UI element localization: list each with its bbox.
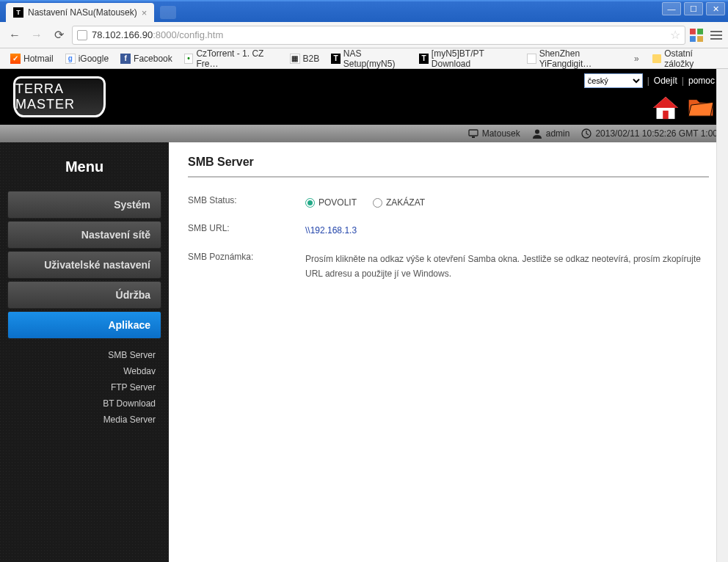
svg-rect-2	[690, 36, 696, 42]
browser-menu-icon[interactable]	[710, 31, 722, 40]
back-button[interactable]: ←	[6, 26, 23, 44]
hotmail-icon: ✓	[10, 54, 21, 64]
home-icon[interactable]	[652, 95, 680, 120]
submenu: SMB Server Webdav FTP Server BT Download…	[0, 341, 169, 434]
url-port: :8000	[153, 29, 177, 40]
bookmark-label: [myN5]BT/PT Download	[432, 48, 515, 69]
monitor-icon	[468, 128, 478, 139]
page-icon	[77, 30, 87, 40]
menu-user-settings[interactable]: Uživatelské nastavení	[7, 251, 161, 279]
url-path: /config.htm	[177, 29, 224, 40]
menu-applications[interactable]: Aplikace	[7, 311, 161, 339]
radio-label: POVOLIT	[318, 195, 357, 210]
url-text: 78.102.166.90:8000/config.htm	[92, 29, 666, 40]
menu-label: Údržba	[116, 289, 150, 301]
bookmark-label: ShenZhen YiFangdigit…	[539, 48, 624, 69]
svg-rect-7	[663, 111, 669, 119]
smb-status-radio-group: POVOLIT ZAKÁZAT	[305, 195, 709, 210]
radio-icon	[305, 198, 315, 208]
browser-toolbar: ← → ⟳ 78.102.166.90:8000/config.htm ☆	[0, 22, 728, 48]
radio-enable[interactable]: POVOLIT	[305, 195, 357, 210]
bookmark-b2b[interactable]: ▦B2B	[285, 51, 324, 66]
radio-disable[interactable]: ZAKÁZAT	[373, 195, 425, 210]
url-bar[interactable]: 78.102.166.90:8000/config.htm ☆	[72, 26, 685, 45]
menu-title: Menu	[0, 150, 169, 189]
bookmark-label: iGoogle	[79, 54, 109, 64]
google-icon: g	[65, 54, 76, 64]
svg-marker-5	[653, 97, 678, 108]
page-title: SMB Server	[188, 156, 709, 178]
submenu-bt-download[interactable]: BT Download	[0, 395, 169, 412]
bookmark-star-icon[interactable]: ☆	[670, 28, 680, 42]
help-link[interactable]: pomoc	[688, 76, 715, 86]
svg-point-10	[535, 130, 539, 134]
page-icon	[527, 54, 536, 64]
extension-icon[interactable]	[690, 29, 703, 42]
smb-note-label: SMB Poznámka:	[188, 252, 305, 282]
status-bar: Matousek admin 2013/02/11 10:52:26 GMT 1…	[0, 125, 728, 142]
menu-maintenance[interactable]: Údržba	[7, 281, 161, 309]
vertical-scrollbar[interactable]	[716, 69, 728, 562]
nas-icon: T	[419, 54, 428, 64]
bookmark-label: Facebook	[134, 54, 172, 64]
forward-button[interactable]: →	[28, 26, 46, 44]
bookmark-btpt[interactable]: T[myN5]BT/PT Download	[415, 46, 520, 71]
folder-icon[interactable]	[687, 95, 715, 117]
menu-label: Uživatelské nastavení	[44, 259, 150, 271]
menu-network[interactable]: Nastavení sítě	[7, 221, 161, 249]
bookmarks-bar: ✓Hotmail giGoogle fFacebook •CzTorrent -…	[0, 48, 728, 69]
browser-tab[interactable]: T Nastavení NASu(Matousek) ×	[6, 3, 154, 22]
tab-bar: T Nastavení NASu(Matousek) ×	[0, 1, 728, 22]
maximize-button[interactable]: ☐	[684, 2, 703, 15]
new-tab-button[interactable]	[160, 6, 176, 19]
svg-rect-1	[697, 29, 703, 34]
bookmark-cztorrent[interactable]: •CzTorrent - 1. CZ Fre…	[180, 46, 283, 71]
bookmark-nas-setup[interactable]: TNAS Setup(myN5)	[327, 46, 412, 71]
sidebar: Menu Systém Nastavení sítě Uživatelské n…	[0, 142, 169, 562]
svg-rect-0	[690, 29, 696, 34]
submenu-media-server[interactable]: Media Server	[0, 412, 169, 428]
svg-rect-9	[472, 136, 475, 138]
bookmark-hotmail[interactable]: ✓Hotmail	[6, 51, 58, 66]
browser-titlebar: T Nastavení NASu(Matousek) × — ☐ ✕	[0, 0, 728, 22]
menu-system[interactable]: Systém	[7, 191, 161, 219]
window-controls: — ☐ ✕	[662, 2, 725, 15]
status-datetime: 2013/02/11 10:52:26 GMT 1:00	[581, 128, 718, 139]
minimize-button[interactable]: —	[662, 2, 681, 15]
main-content: SMB Server SMB Status: POVOLIT ZAKÁZAT	[169, 142, 728, 562]
reload-button[interactable]: ⟳	[50, 26, 68, 44]
bookmark-facebook[interactable]: fFacebook	[116, 51, 177, 66]
menu-label: Aplikace	[108, 319, 150, 331]
smb-note-text: Prosím klikněte na odkaz výše k otevření…	[305, 252, 709, 282]
smb-url-label: SMB URL:	[188, 223, 305, 238]
logout-link[interactable]: Odejít	[654, 76, 677, 86]
bookmark-label: B2B	[303, 54, 320, 64]
close-window-button[interactable]: ✕	[706, 2, 725, 15]
radio-label: ZAKÁZAT	[386, 195, 425, 210]
language-select[interactable]: český	[584, 73, 643, 88]
tab-title: Nastavení NASu(Matousek)	[28, 7, 137, 18]
radio-icon	[373, 198, 382, 208]
tab-close-icon[interactable]: ×	[142, 7, 148, 18]
status-host: Matousek	[468, 128, 520, 139]
bookmarks-overflow-icon[interactable]: »	[631, 54, 642, 64]
page-content: TERRA MASTER český | Odejít | pomoc Mato…	[0, 69, 728, 562]
tab-favicon-icon: T	[13, 7, 23, 18]
svg-rect-8	[469, 130, 478, 136]
other-bookmarks[interactable]: Ostatní záložky	[648, 46, 722, 71]
menu-label: Systém	[114, 199, 150, 211]
svg-rect-3	[697, 36, 703, 42]
submenu-smb-server[interactable]: SMB Server	[0, 347, 169, 363]
menu-label: Nastavení sítě	[81, 229, 150, 241]
url-host: 78.102.166.90	[92, 29, 153, 40]
clock-icon	[581, 128, 592, 139]
submenu-ftp-server[interactable]: FTP Server	[0, 379, 169, 395]
bookmark-shenzhen[interactable]: ShenZhen YiFangdigit…	[523, 46, 628, 71]
smb-url-link[interactable]: \\192.168.1.3	[305, 225, 357, 236]
nas-icon: T	[331, 54, 340, 64]
bookmark-label: Hotmail	[23, 54, 54, 64]
bookmark-label: NAS Setup(myN5)	[343, 48, 408, 69]
bookmark-igoogle[interactable]: giGoogle	[61, 51, 113, 66]
submenu-webdav[interactable]: Webdav	[0, 363, 169, 379]
folder-icon	[652, 54, 661, 63]
